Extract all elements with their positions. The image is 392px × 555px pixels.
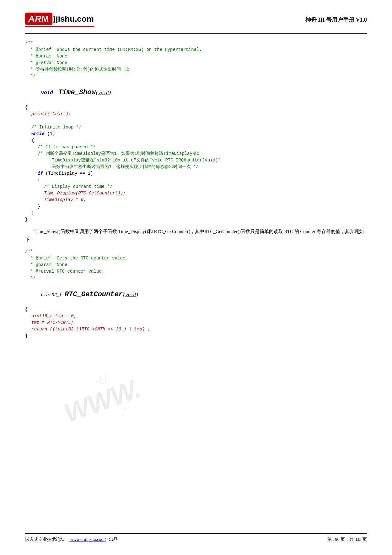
logo-wrapper: ARM )jishu.com <box>25 13 94 27</box>
rtc-getcounter-function: /** * @brief Gets the RTC counter value.… <box>25 248 367 339</box>
logo-row: ARM )jishu.com <box>25 13 94 25</box>
logo-jishu: )jishu.com <box>53 14 94 24</box>
footer-right-text: 第 196 页，共 333 页 <box>327 537 367 542</box>
header-title: 神舟 III 号用户手册 V1.0 <box>305 16 367 24</box>
page-container: ARM )jishu.com 神舟 III 号用户手册 V1.0 /** * @… <box>0 0 392 555</box>
watermark: ·U WWW. • <box>49 360 158 451</box>
footer: 嵌入式专业技术论坛 （www.armjishu.com）出品 第 196 页，共… <box>25 533 367 542</box>
logo-underline <box>25 26 94 27</box>
header-divider <box>25 33 367 34</box>
footer-left: 嵌入式专业技术论坛 （www.armjishu.com）出品 <box>25 537 118 542</box>
footer-right-paren: ）出品 <box>105 537 118 542</box>
time-show-function: /** * @brief Shows the current time (HH:… <box>25 40 367 223</box>
header: ARM )jishu.com 神舟 III 号用户手册 V1.0 <box>25 13 367 27</box>
prose-paragraph-1: Time_Show()函数中又调用了两个子函数 Time_Display()和 … <box>25 228 367 244</box>
footer-link[interactable]: www.armjishu.com <box>70 537 105 542</box>
logo-arm: ARM <box>25 13 52 25</box>
footer-left-text: 嵌入式专业技术论坛 （ <box>25 537 70 542</box>
